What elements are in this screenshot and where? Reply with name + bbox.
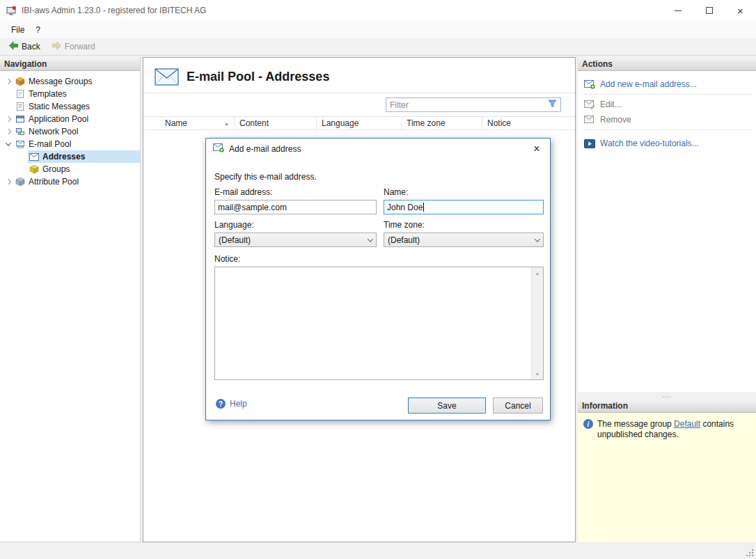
resize-grip-icon[interactable]: [752, 555, 753, 556]
email-pool-icon: [15, 139, 25, 149]
action-edit[interactable]: Edit...: [578, 97, 756, 112]
back-button[interactable]: Back: [4, 39, 45, 54]
expand-icon[interactable]: [3, 79, 14, 84]
expand-icon[interactable]: [3, 117, 14, 121]
notice-textarea[interactable]: ▲ ▼: [214, 267, 544, 380]
expand-icon[interactable]: [3, 129, 14, 134]
notice-scrollbar[interactable]: ▲ ▼: [531, 267, 543, 379]
forward-button[interactable]: Forward: [47, 39, 100, 54]
chevron-down-icon: [368, 236, 373, 242]
back-arrow-icon: [8, 40, 19, 53]
title-bar: IBI-aws Admin 1.23.0 - registered for IB…: [0, 0, 756, 21]
column-header-notice[interactable]: Notice: [482, 117, 575, 129]
collapse-icon[interactable]: [3, 142, 14, 146]
default-message-group-link[interactable]: Default: [674, 419, 700, 429]
nav-item-templates[interactable]: Templates: [0, 88, 140, 100]
remove-email-icon: [584, 116, 595, 125]
language-select[interactable]: (Default): [214, 233, 377, 247]
menu-help[interactable]: ?: [30, 22, 46, 38]
panel-splitter[interactable]: ...: [578, 392, 756, 399]
notice-text-area[interactable]: [215, 267, 531, 379]
maximize-icon: [706, 7, 713, 14]
attribute-pool-icon: [15, 177, 25, 187]
nav-item-addresses[interactable]: Addresses: [0, 150, 140, 163]
navigation-tree: Message Groups Templates: [0, 71, 140, 542]
column-header-language[interactable]: Language: [317, 117, 402, 129]
dialog-title-bar: Add e-mail address: [206, 139, 550, 159]
timezone-label: Time zone:: [384, 220, 425, 230]
page-header: E-mail Pool - Addresses: [143, 58, 575, 93]
maximize-button[interactable]: [693, 0, 725, 21]
add-email-address-dialog: Add e-mail address × Specify this e-mail…: [205, 138, 551, 420]
close-button[interactable]: ×: [725, 0, 756, 21]
column-header-name[interactable]: Name ▲: [143, 117, 235, 129]
application-pool-icon: [15, 114, 25, 124]
actions-separator: [583, 129, 753, 130]
notice-label: Notice:: [214, 254, 240, 264]
static-messages-icon: [15, 102, 25, 111]
column-header-timezone[interactable]: Time zone: [402, 117, 482, 129]
information-header: Information: [578, 399, 756, 413]
video-tutorials-icon: [584, 139, 595, 148]
information-message: The message group Default contains unpub…: [597, 419, 750, 440]
scroll-up-icon[interactable]: ▲: [532, 267, 544, 278]
action-remove[interactable]: Remove: [578, 112, 756, 127]
forward-arrow-icon: [52, 40, 62, 53]
info-icon: [583, 419, 593, 429]
scroll-down-icon[interactable]: ▼: [532, 368, 544, 379]
expand-icon[interactable]: [3, 180, 14, 184]
filter-row: Filter: [143, 93, 575, 116]
name-input[interactable]: John Doe: [384, 200, 544, 214]
edit-email-icon: [584, 100, 595, 109]
window-title: IBI-aws Admin 1.23.0 - registered for IB…: [22, 6, 662, 15]
action-add-new-email-address[interactable]: Add new e-mail address...: [578, 77, 756, 92]
app-window: IBI-aws Admin 1.23.0 - registered for IB…: [0, 0, 756, 559]
page-title: E-mail Pool - Addresses: [187, 70, 329, 84]
nav-item-groups[interactable]: Groups: [0, 163, 140, 175]
column-header-content[interactable]: Content: [235, 117, 317, 129]
add-email-icon: [584, 80, 595, 89]
dialog-close-button[interactable]: ×: [529, 141, 544, 157]
filter-placeholder: Filter: [390, 100, 548, 110]
dialog-description: Specify this e-mail address.: [214, 172, 317, 182]
menu-bar: File ?: [0, 21, 756, 38]
action-watch-video-tutorials[interactable]: Watch the video-tutorials...: [578, 136, 756, 151]
filter-funnel-icon[interactable]: [548, 100, 557, 110]
nav-item-static-messages[interactable]: Static Messages: [0, 100, 140, 113]
right-panel: Actions Add new e-mail address... Edit..…: [578, 57, 756, 542]
save-button[interactable]: Save: [408, 397, 486, 414]
filter-input[interactable]: Filter: [386, 97, 561, 112]
templates-icon: [15, 89, 25, 99]
nav-item-network-pool[interactable]: Network Pool: [0, 125, 140, 138]
minimize-button[interactable]: [662, 0, 693, 21]
nav-item-email-pool[interactable]: E-mail Pool: [0, 138, 140, 150]
email-address-label: E-mail address:: [214, 187, 272, 197]
language-label: Language:: [214, 220, 254, 230]
nav-item-attribute-pool[interactable]: Attribute Pool: [0, 175, 140, 188]
nav-item-application-pool[interactable]: Application Pool: [0, 113, 140, 125]
navigation-panel: Navigation Message Groups: [0, 57, 141, 542]
back-label: Back: [22, 42, 40, 52]
status-bar: [0, 546, 756, 559]
forward-label: Forward: [65, 42, 95, 52]
dialog-title: Add e-mail address: [229, 144, 301, 154]
groups-icon: [29, 164, 39, 174]
nav-item-message-groups[interactable]: Message Groups: [0, 75, 140, 88]
email-page-icon: [155, 67, 180, 86]
cancel-button[interactable]: Cancel: [493, 397, 543, 414]
menu-file[interactable]: File: [6, 22, 30, 38]
help-icon: [216, 399, 226, 409]
sort-ascending-icon: ▲: [224, 121, 229, 126]
help-label: Help: [230, 399, 247, 409]
dialog-envelope-icon: [213, 143, 224, 155]
addresses-envelope-icon: [29, 152, 39, 162]
app-icon: [6, 5, 17, 16]
email-address-input[interactable]: mail@sample.com: [214, 200, 377, 214]
text-caret: [423, 203, 424, 212]
help-link[interactable]: Help: [216, 399, 247, 409]
message-groups-icon: [15, 77, 25, 86]
timezone-select[interactable]: (Default): [384, 233, 544, 247]
table-header: Name ▲ Content Language Time zone Notice: [143, 116, 575, 130]
minimize-icon: [675, 10, 682, 11]
actions-list: Add new e-mail address... Edit... Remove: [578, 71, 756, 392]
